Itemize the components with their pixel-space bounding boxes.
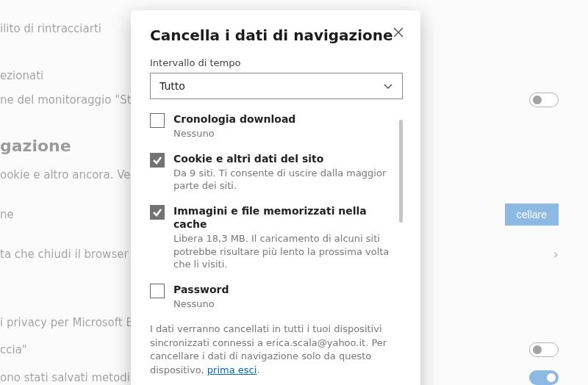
check-icon	[152, 207, 162, 217]
list-item: Immagini e file memorizzati nella cache …	[150, 204, 392, 271]
time-range-select[interactable]: Tutto	[150, 73, 403, 99]
item-desc: Libera 18,3 MB. Il caricamento di alcuni…	[173, 232, 392, 271]
time-range-label: Intervallo di tempo	[150, 57, 403, 68]
item-title: Cronologia download	[173, 112, 295, 126]
checkbox-downloads[interactable]	[150, 113, 165, 128]
chevron-down-icon	[383, 81, 393, 91]
item-desc: Nessuno	[173, 298, 229, 311]
close-button[interactable]	[388, 22, 409, 43]
checkbox-passwords[interactable]	[150, 284, 165, 298]
close-icon	[393, 27, 404, 37]
list-item: Cronologia download Nessuno	[150, 112, 392, 140]
item-desc: Nessuno	[173, 127, 295, 140]
time-range-value: Tutto	[159, 80, 185, 92]
checkbox-cache[interactable]	[150, 205, 165, 220]
item-title: Immagini e file memorizzati nella cache	[173, 204, 392, 231]
clear-browsing-data-dialog: Cancella i dati di navigazione Intervall…	[131, 10, 420, 385]
dialog-title: Cancella i dati di navigazione	[150, 26, 403, 44]
item-desc: Da 9 siti. Ti consente di uscire dalla m…	[173, 167, 392, 192]
list-item: Cookie e altri dati del sito Da 9 siti. …	[150, 152, 392, 192]
data-type-list: Cronologia download Nessuno Cookie e alt…	[150, 112, 403, 311]
list-item: Password Nessuno	[150, 283, 392, 311]
check-icon	[152, 155, 162, 165]
item-title: Password	[173, 283, 229, 296]
scrollbar-thumb[interactable]	[399, 120, 403, 223]
sign-out-link[interactable]: prima esci	[207, 364, 257, 375]
item-title: Cookie e altri dati del sito	[173, 152, 392, 165]
checkbox-cookies[interactable]	[150, 153, 165, 168]
sync-note: I dati verranno cancellati in tutti i tu…	[150, 323, 403, 378]
note-text: I dati verranno cancellati in tutti i tu…	[150, 323, 387, 376]
note-text: .	[257, 364, 259, 375]
